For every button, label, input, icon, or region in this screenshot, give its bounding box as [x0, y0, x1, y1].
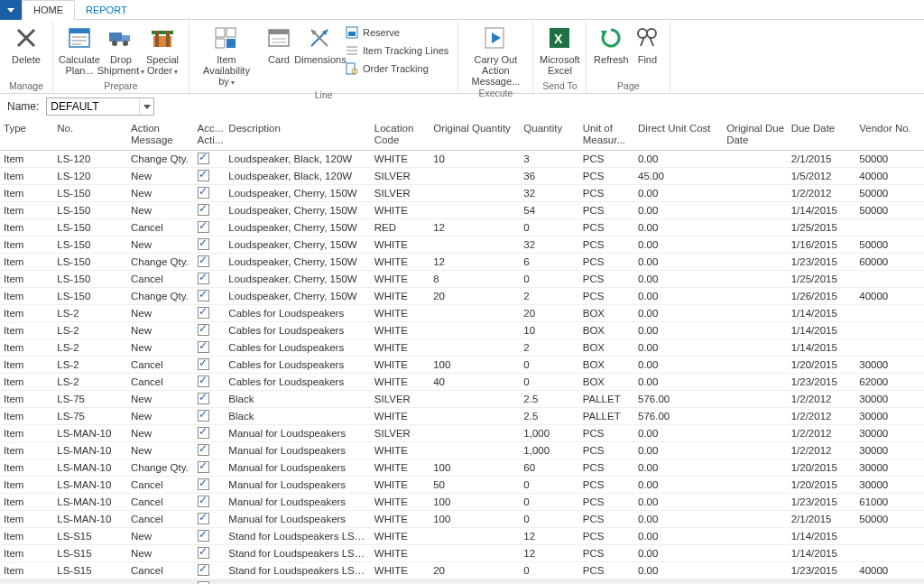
- cell-type[interactable]: Item: [0, 356, 53, 373]
- cell-odate[interactable]: [723, 373, 788, 390]
- cell-uom[interactable]: PCS: [579, 201, 634, 218]
- cell-qty[interactable]: 12: [520, 544, 578, 561]
- cell-vend[interactable]: 30000: [855, 356, 924, 373]
- cell-desc[interactable]: Cables for Loudspeakers: [225, 373, 370, 390]
- col-description[interactable]: Description: [225, 119, 370, 150]
- cell-accept[interactable]: [194, 424, 226, 441]
- checkbox-icon[interactable]: [198, 410, 209, 422]
- table-row[interactable]: ItemLS-MAN-10CancelManual for Loudspeake…: [0, 493, 924, 510]
- cell-qty[interactable]: 54: [520, 201, 578, 218]
- cell-odate[interactable]: [723, 493, 788, 510]
- cell-accept[interactable]: [194, 390, 226, 407]
- checkbox-icon[interactable]: [198, 444, 209, 456]
- cell-no[interactable]: LS-MAN-10: [53, 459, 127, 476]
- cell-accept[interactable]: [194, 236, 226, 253]
- cell-no[interactable]: LS-75: [53, 407, 127, 424]
- cell-no[interactable]: LS-MAN-10: [53, 424, 127, 441]
- cell-uom[interactable]: PCS: [579, 150, 634, 167]
- cell-cost[interactable]: 0.00: [634, 424, 723, 441]
- cell-desc[interactable]: Loudspeaker, Cherry, 150W: [225, 253, 370, 270]
- cell-due[interactable]: 1/5/2012: [788, 167, 856, 184]
- cell-loc[interactable]: SILVER: [371, 184, 430, 201]
- table-row[interactable]: ItemLS-2CancelCables for LoudspeakersWHI…: [0, 373, 924, 390]
- checkbox-icon[interactable]: [198, 427, 209, 439]
- cell-desc[interactable]: Loudspeaker, Cherry, 150W: [225, 236, 370, 253]
- cell-desc[interactable]: Loudspeaker, Black, 120W: [225, 150, 370, 167]
- checkbox-icon[interactable]: [198, 324, 209, 336]
- cell-oqty[interactable]: [430, 304, 520, 321]
- cell-vend[interactable]: 30000: [855, 476, 924, 493]
- cell-uom[interactable]: PCS: [579, 184, 634, 201]
- cell-vend[interactable]: 50000: [855, 184, 924, 201]
- cell-odate[interactable]: [723, 476, 788, 493]
- cell-accept[interactable]: [194, 356, 226, 373]
- table-row[interactable]: ItemLS-150CancelLoudspeaker, Cherry, 150…: [0, 270, 924, 287]
- cell-loc[interactable]: WHITE: [371, 527, 430, 544]
- cell-accept[interactable]: [194, 150, 226, 167]
- item-tracking-lines-button[interactable]: Item Tracking Lines: [341, 42, 452, 60]
- cell-accept[interactable]: [194, 544, 226, 561]
- table-row[interactable]: ItemLS-2NewCables for LoudspeakersWHITE2…: [0, 338, 924, 356]
- cell-action[interactable]: Cancel: [127, 356, 194, 373]
- cell-qty[interactable]: 1,000: [520, 424, 578, 441]
- cell-loc[interactable]: WHITE: [371, 236, 430, 253]
- col-original-due[interactable]: Original DueDate: [723, 119, 788, 150]
- cell-qty[interactable]: 2.5: [520, 407, 578, 424]
- table-row[interactable]: ItemLS-150NewLoudspeaker, Cherry, 150WWH…: [0, 201, 924, 218]
- cell-vend[interactable]: 60000: [855, 253, 924, 270]
- cell-no[interactable]: LS-MAN-10: [53, 441, 127, 459]
- cell-qty[interactable]: 60: [520, 459, 578, 476]
- cell-type[interactable]: Item: [0, 373, 53, 390]
- cell-uom[interactable]: PCS: [579, 424, 634, 441]
- cell-action[interactable]: New: [127, 338, 194, 356]
- cell-type[interactable]: Item: [0, 476, 53, 493]
- cell-no[interactable]: LS-MAN-10: [53, 510, 127, 527]
- cell-vend[interactable]: 30000: [855, 441, 924, 459]
- table-row[interactable]: ItemLS-120Change Qty.Loudspeaker, Black,…: [0, 150, 924, 167]
- cell-no[interactable]: LS-150: [53, 184, 127, 201]
- checkbox-icon[interactable]: [198, 393, 209, 404]
- table-row[interactable]: ItemLS-S15CancelStand for Loudspeakers L…: [0, 561, 924, 579]
- cell-due[interactable]: 1/23/2015: [788, 561, 856, 579]
- cell-no[interactable]: LS-120: [53, 167, 127, 184]
- cell-due[interactable]: 1/23/2015: [788, 493, 856, 510]
- cell-accept[interactable]: [194, 493, 226, 510]
- checkbox-icon[interactable]: [198, 187, 209, 199]
- table-row[interactable]: ItemLS-2CancelCables for LoudspeakersWHI…: [0, 356, 924, 373]
- cell-loc[interactable]: WHITE: [371, 493, 430, 510]
- cell-type[interactable]: Item: [0, 150, 53, 167]
- cell-vend[interactable]: [855, 544, 924, 561]
- cell-desc[interactable]: Manual for Loudspeakers: [225, 510, 370, 527]
- cell-loc[interactable]: WHITE: [371, 338, 430, 356]
- cell-accept[interactable]: [194, 287, 226, 304]
- cell-due[interactable]: 1/20/2015: [788, 356, 856, 373]
- cell-action[interactable]: New: [127, 236, 194, 253]
- cell-accept[interactable]: [194, 407, 226, 424]
- cell-oqty[interactable]: [430, 407, 520, 424]
- cell-accept[interactable]: [194, 321, 226, 338]
- cell-odate[interactable]: [723, 253, 788, 270]
- cell-no[interactable]: LS-2: [53, 321, 127, 338]
- cell-action[interactable]: New: [127, 167, 194, 184]
- col-cost[interactable]: Direct Unit Cost: [634, 119, 723, 150]
- col-quantity[interactable]: Quantity: [520, 119, 578, 150]
- cell-type[interactable]: Item: [0, 218, 53, 236]
- cell-action[interactable]: New: [127, 441, 194, 459]
- cell-no[interactable]: LS-150: [53, 201, 127, 218]
- cell-qty[interactable]: 2: [520, 287, 578, 304]
- checkbox-icon[interactable]: [198, 341, 209, 353]
- cell-type[interactable]: Item: [0, 527, 53, 544]
- cell-qty[interactable]: 3: [520, 150, 578, 167]
- cell-desc[interactable]: Stand for Loudspeakers LS-150: [225, 527, 370, 544]
- table-row[interactable]: ItemLS-75NewBlackSILVER2.5PALLET576.001/…: [0, 390, 924, 407]
- cell-desc[interactable]: Loudspeaker, Cherry, 150W: [225, 270, 370, 287]
- cell-action[interactable]: New: [127, 184, 194, 201]
- cell-cost[interactable]: 0.00: [634, 476, 723, 493]
- cell-oqty[interactable]: [430, 544, 520, 561]
- cell-loc[interactable]: WHITE: [371, 407, 430, 424]
- cell-qty[interactable]: 10: [520, 321, 578, 338]
- cell-type[interactable]: Item: [0, 338, 53, 356]
- cell-action[interactable]: Cancel: [127, 493, 194, 510]
- cell-odate[interactable]: [723, 441, 788, 459]
- cell-type[interactable]: Item: [0, 459, 53, 476]
